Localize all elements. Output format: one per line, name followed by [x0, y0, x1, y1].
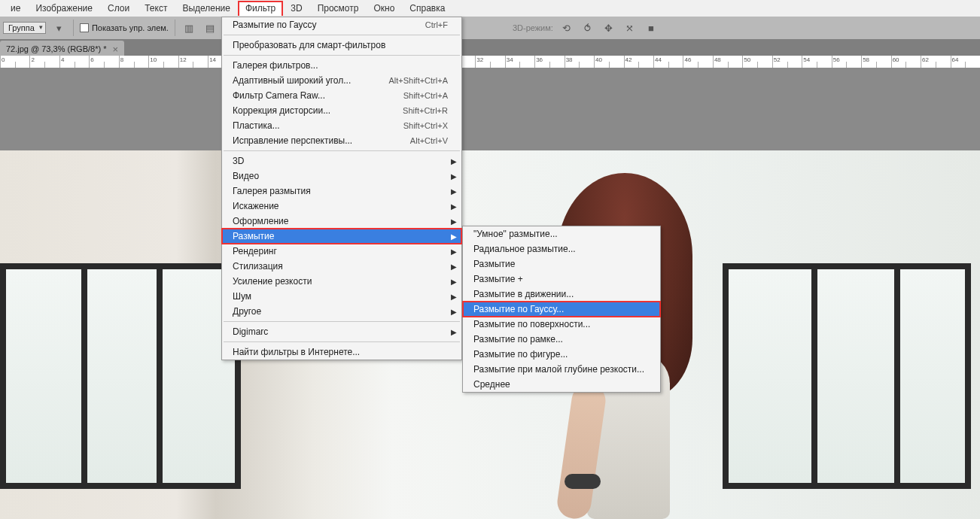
filter-menu-item-5[interactable]: Адаптивный широкий угол...Alt+Shift+Ctrl…: [222, 73, 461, 88]
ruler-number: 56: [833, 56, 840, 63]
menu-item-label: Найти фильтры в Интернете...: [233, 347, 360, 357]
filter-menu-item-18[interactable]: Стилизация▶: [222, 259, 461, 274]
menu-item-label: Размытие +: [473, 274, 523, 284]
blur-submenu: "Умное" размытие...Радиальное размытие..…: [462, 226, 661, 393]
menu-item-label: Размытие: [233, 231, 274, 241]
blur-submenu-item-5[interactable]: Размытие по Гауссу...: [463, 302, 660, 317]
submenu-arrow-icon: ▶: [451, 278, 457, 286]
ruler-number: 52: [774, 56, 781, 63]
filter-menu-item-23[interactable]: Digimarc▶: [222, 324, 461, 339]
menu-item-label: Размытие при малой глубине резкости...: [473, 364, 644, 375]
options-bar: Группа ▾ Показать упр. элем. ▥ ▤ ▦ 3D-ре…: [0, 17, 980, 39]
menubar: иеИзображениеСлоиТекстВыделениеФильтр3DП…: [0, 0, 980, 17]
blur-submenu-item-9[interactable]: Размытие при малой глубине резкости...: [463, 362, 660, 377]
ruler-number: 46: [684, 56, 691, 63]
menu-separator: [224, 150, 460, 151]
ruler-number: 4: [61, 56, 64, 63]
ruler-number: 60: [893, 56, 899, 63]
ruler-number: 48: [714, 56, 721, 63]
filter-menu-item-21[interactable]: Другое▶: [222, 304, 461, 319]
menu-item-label: Преобразовать для смарт-фильтров: [233, 40, 385, 50]
ruler-number: 6: [90, 56, 93, 63]
orbit-icon[interactable]: ⟲: [559, 20, 574, 35]
ruler-number: 62: [922, 56, 929, 63]
filter-menu-item-25[interactable]: Найти фильтры в Интернете...: [222, 344, 461, 360]
close-icon[interactable]: ×: [112, 44, 118, 55]
menu-текст[interactable]: Текст: [137, 1, 175, 16]
filter-menu-item-6[interactable]: Фильтр Camera Raw...Shift+Ctrl+A: [222, 88, 461, 103]
filter-menu-item-0[interactable]: Размытие по ГауссуCtrl+F: [222, 17, 461, 32]
ruler-number: 40: [595, 56, 602, 63]
blur-submenu-item-6[interactable]: Размытие по поверхности...: [463, 317, 660, 332]
blur-submenu-item-3[interactable]: Размытие +: [463, 272, 660, 287]
camera-icon[interactable]: ■: [644, 20, 659, 35]
blur-submenu-item-1[interactable]: Радиальное размытие...: [463, 241, 660, 256]
photo-bracelet: [565, 474, 601, 489]
submenu-arrow-icon: ▶: [451, 187, 457, 196]
ruler-number: 42: [625, 56, 632, 63]
filter-menu-item-4[interactable]: Галерея фильтров...: [222, 58, 461, 73]
filter-menu-item-7[interactable]: Коррекция дисторсии...Shift+Ctrl+R: [222, 103, 461, 118]
group-mode-dropdown[interactable]: Группа: [3, 22, 46, 34]
menu-item-label: Размытие: [473, 259, 515, 269]
align-left-icon[interactable]: ▥: [181, 20, 196, 35]
ruler-number: 34: [507, 56, 513, 63]
filter-menu-item-11[interactable]: 3D▶: [222, 153, 461, 168]
menu-item-shortcut: Alt+Shift+Ctrl+A: [388, 76, 448, 85]
filter-menu-item-12[interactable]: Видео▶: [222, 168, 461, 184]
menu-item-label: Digimarc: [233, 326, 268, 337]
blur-submenu-item-0[interactable]: "Умное" размытие...: [463, 226, 660, 241]
menu-item-label: Размытие по Гауссу...: [473, 304, 564, 314]
blur-submenu-item-7[interactable]: Размытие по рамке...: [463, 332, 660, 347]
filter-menu-item-17[interactable]: Рендеринг▶: [222, 244, 461, 259]
menu-выделение[interactable]: Выделение: [175, 1, 238, 16]
submenu-arrow-icon: ▶: [451, 328, 457, 336]
window-mullion: [81, 269, 87, 483]
menu-item-label: 3D: [233, 156, 244, 166]
menu-изображение[interactable]: Изображение: [28, 1, 100, 16]
blur-submenu-item-2[interactable]: Размытие: [463, 256, 660, 272]
menu-item-label: Размытие в движении...: [473, 289, 574, 299]
checkbox-box[interactable]: [80, 23, 89, 32]
separator: [73, 20, 74, 36]
ruler-number: 32: [476, 56, 483, 63]
show-controls-checkbox[interactable]: Показать упр. элем.: [80, 23, 169, 32]
align-center-icon[interactable]: ▤: [202, 20, 218, 35]
filter-menu-item-20[interactable]: Шум▶: [222, 289, 461, 304]
ruler-number: 8: [120, 56, 123, 63]
filter-menu-item-9[interactable]: Исправление перспективы...Alt+Ctrl+V: [222, 133, 461, 148]
slide-icon[interactable]: ⤧: [622, 20, 638, 35]
filter-menu-item-15[interactable]: Оформление▶: [222, 214, 461, 229]
menu-item-label: Размытие по фигуре...: [473, 349, 568, 360]
submenu-arrow-icon: ▶: [451, 157, 457, 165]
menu-просмотр[interactable]: Просмотр: [310, 1, 367, 16]
menu-слои[interactable]: Слои: [100, 1, 137, 16]
ruler-number: 14: [209, 56, 216, 63]
roll-icon[interactable]: ⥀: [580, 20, 595, 35]
filter-menu-item-16[interactable]: Размытие▶: [222, 229, 461, 244]
menu-item-label: Размытие по поверхности...: [473, 319, 590, 329]
document-tab-bar: 72.jpg @ 73,3% (RGB/8*) * ×: [0, 39, 980, 56]
filter-menu-item-14[interactable]: Искажение▶: [222, 199, 461, 214]
menu-3d[interactable]: 3D: [283, 1, 309, 16]
menu-item-label: Видео: [233, 171, 259, 181]
dropdown-arrow-icon[interactable]: ▾: [52, 20, 67, 35]
blur-submenu-item-8[interactable]: Размытие по фигуре...: [463, 347, 660, 362]
window-mullion: [811, 269, 817, 483]
blur-submenu-item-10[interactable]: Среднее: [463, 377, 660, 392]
menu-окно[interactable]: Окно: [366, 1, 402, 16]
filter-menu-item-13[interactable]: Галерея размытия▶: [222, 184, 461, 199]
filter-menu-item-2[interactable]: Преобразовать для смарт-фильтров: [222, 38, 461, 53]
ruler-number: 0: [2, 56, 5, 63]
blur-submenu-item-4[interactable]: Размытие в движении...: [463, 287, 660, 302]
menu-ие[interactable]: ие: [3, 1, 28, 16]
filter-menu-item-8[interactable]: Пластика...Shift+Ctrl+X: [222, 118, 461, 133]
window-mullion: [894, 269, 900, 483]
pan-icon[interactable]: ✥: [601, 20, 616, 35]
submenu-arrow-icon: ▶: [451, 308, 457, 316]
menu-фильтр[interactable]: Фильтр: [238, 1, 283, 16]
filter-menu-item-19[interactable]: Усиление резкости▶: [222, 274, 461, 289]
document-tab[interactable]: 72.jpg @ 73,3% (RGB/8*) * ×: [0, 41, 124, 56]
menu-справка[interactable]: Справка: [402, 1, 452, 16]
ruler-number: 44: [655, 56, 662, 63]
